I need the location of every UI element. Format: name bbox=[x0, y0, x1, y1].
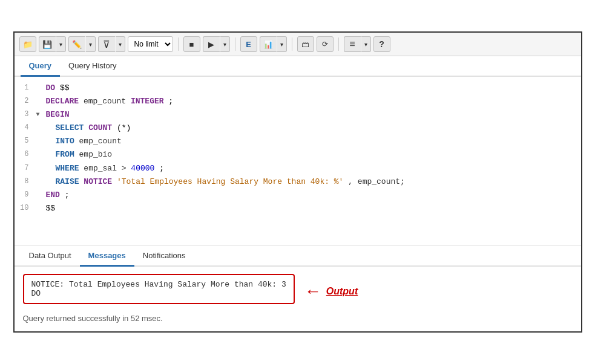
menu-dropdown-button[interactable] bbox=[361, 36, 371, 52]
filter-dropdown-button[interactable] bbox=[116, 36, 125, 52]
line-number-6: 6 bbox=[15, 148, 36, 160]
pencil-group: ✏️ bbox=[68, 36, 96, 52]
tab-notifications[interactable]: Notifications bbox=[134, 246, 194, 267]
chart-icon: 📊 bbox=[263, 40, 273, 49]
output-row: NOTICE: Total Employees Having Salary Mo… bbox=[23, 274, 573, 309]
query-tabs-bar: Query Query History bbox=[15, 56, 581, 77]
pencil-icon: ✏️ bbox=[72, 40, 82, 49]
chart-group: 📊 bbox=[260, 36, 287, 52]
db2-icon: ⟳ bbox=[322, 40, 328, 48]
filter-group: ⊽ bbox=[98, 36, 125, 52]
sep1 bbox=[178, 37, 179, 51]
keyword-begin: BEGIN bbox=[46, 110, 70, 119]
menu-button[interactable]: ≡ bbox=[344, 36, 361, 52]
line-gutter-10: 10 bbox=[15, 202, 44, 214]
code-semi-7: ; bbox=[159, 164, 164, 173]
fold-arrow-3[interactable]: ▼ bbox=[36, 109, 40, 120]
line-content-3: BEGIN bbox=[44, 108, 581, 122]
db1-icon: 🗃 bbox=[301, 40, 309, 49]
line-number-8: 8 bbox=[15, 175, 36, 187]
keyword-declare: DECLARE bbox=[46, 97, 79, 106]
stop-button[interactable]: ■ bbox=[183, 36, 200, 52]
code-dollar-10: $$ bbox=[46, 204, 56, 213]
var-emp-bio: emp_bio bbox=[79, 150, 113, 159]
tab-messages-label: Messages bbox=[88, 251, 126, 260]
play-icon: ▶ bbox=[208, 40, 214, 49]
save-button[interactable]: 💾 bbox=[39, 36, 56, 52]
folder-button[interactable]: 📁 bbox=[19, 36, 36, 52]
db1-button[interactable]: 🗃 bbox=[297, 36, 314, 52]
red-arrow-icon: ← bbox=[304, 283, 321, 300]
str-msg: 'Total Employees Having Salary More than… bbox=[117, 177, 343, 186]
line-gutter-9: 9 bbox=[15, 189, 44, 201]
line-gutter-6: 6 bbox=[15, 148, 44, 160]
pencil-button[interactable]: ✏️ bbox=[68, 36, 85, 52]
chevron-down-icon2 bbox=[89, 41, 92, 48]
var-emp-count-8: , emp_count; bbox=[348, 177, 405, 186]
db2-button[interactable]: ⟳ bbox=[317, 36, 334, 52]
code-sym-1: $$ bbox=[60, 83, 70, 93]
chevron-down-icon5 bbox=[280, 41, 283, 48]
line-number-10: 10 bbox=[15, 202, 36, 214]
line-gutter-1: 1 bbox=[15, 82, 44, 94]
output-notice-box: NOTICE: Total Employees Having Salary Mo… bbox=[23, 274, 295, 304]
play-button[interactable]: ▶ bbox=[203, 36, 220, 52]
keyword-end: END bbox=[46, 190, 60, 200]
tab-query[interactable]: Query bbox=[21, 56, 61, 77]
tab-data-output[interactable]: Data Output bbox=[21, 246, 80, 267]
line-content-9: END ; bbox=[44, 189, 581, 202]
sep2 bbox=[235, 37, 235, 51]
line-gutter-7: 7 bbox=[15, 162, 44, 174]
explain-button[interactable]: E bbox=[240, 36, 257, 52]
code-paren-4: (*) bbox=[117, 123, 131, 132]
line-number-9: 9 bbox=[15, 189, 36, 201]
keyword-integer: INTEGER bbox=[131, 97, 164, 106]
num-40000: 40000 bbox=[131, 164, 154, 173]
save-icon: 💾 bbox=[42, 40, 52, 49]
play-dropdown-button[interactable] bbox=[220, 36, 230, 52]
limit-select[interactable]: No limit bbox=[128, 36, 173, 52]
chevron-down-icon3 bbox=[119, 41, 122, 48]
code-line-5: 5 INTO emp_count bbox=[15, 135, 581, 148]
fn-count: COUNT bbox=[88, 123, 112, 132]
toolbar: 📁 💾 ✏️ ⊽ bbox=[15, 33, 581, 56]
keyword-do: DO bbox=[46, 83, 56, 93]
line-content-4: SELECT COUNT (*) bbox=[44, 122, 581, 135]
line-number-7: 7 bbox=[15, 162, 36, 174]
pencil-dropdown-button[interactable] bbox=[86, 36, 96, 52]
filter-button[interactable]: ⊽ bbox=[98, 36, 115, 52]
line-content-6: FROM emp_bio bbox=[44, 148, 581, 161]
output-label-text: Output bbox=[326, 286, 358, 297]
keyword-from: FROM bbox=[56, 150, 74, 159]
line-gutter-4: 4 bbox=[15, 122, 44, 134]
tab-data-output-label: Data Output bbox=[29, 251, 71, 260]
keyword-select: SELECT bbox=[56, 123, 84, 132]
code-editor[interactable]: 1 DO $$ 2 DECLARE emp_count INTEGER ; 3 bbox=[15, 77, 581, 246]
line-gutter-5: 5 bbox=[15, 135, 44, 147]
menu-group: ≡ bbox=[344, 36, 371, 52]
chevron-down-icon bbox=[59, 41, 62, 48]
sep4 bbox=[338, 37, 339, 51]
line-number-4: 4 bbox=[15, 122, 36, 134]
tab-messages[interactable]: Messages bbox=[80, 246, 134, 267]
filter-icon: ⊽ bbox=[103, 39, 110, 50]
notice-line1: NOTICE: Total Employees Having Salary Mo… bbox=[31, 280, 286, 289]
line-content-8: RAISE NOTICE 'Total Employees Having Sal… bbox=[44, 175, 581, 189]
chart-dropdown-button[interactable] bbox=[277, 36, 287, 52]
save-dropdown-button[interactable] bbox=[56, 36, 66, 52]
var-emp-sal: emp_sal > bbox=[84, 164, 131, 173]
line-number-1: 1 bbox=[15, 82, 36, 94]
e-icon: E bbox=[246, 40, 251, 49]
arrow-label-area: ← Output bbox=[304, 283, 358, 300]
tab-query-label: Query bbox=[29, 61, 52, 70]
limit-group: No limit bbox=[128, 36, 173, 52]
help-button[interactable]: ? bbox=[373, 36, 390, 52]
help-icon: ? bbox=[379, 39, 384, 49]
tab-query-history[interactable]: Query History bbox=[60, 56, 125, 77]
chevron-down-icon6 bbox=[364, 41, 367, 48]
chart-button[interactable]: 📊 bbox=[260, 36, 277, 52]
var-emp-count: emp_count bbox=[84, 97, 131, 106]
line-number-3: 3 bbox=[15, 108, 36, 120]
play-group: ▶ bbox=[203, 36, 230, 52]
code-line-7: 7 WHERE emp_sal > 40000 ; bbox=[15, 162, 581, 175]
